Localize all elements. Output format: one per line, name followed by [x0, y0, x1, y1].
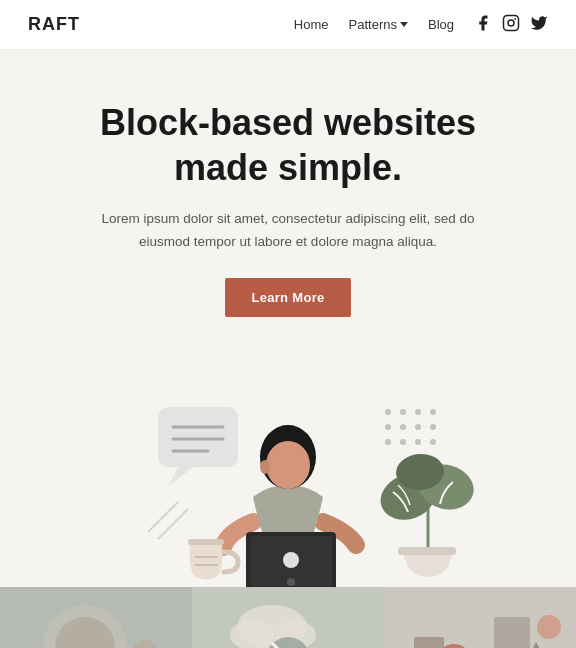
- svg-rect-20: [398, 547, 456, 555]
- hero-section: Block-based websites made simple. Lorem …: [0, 50, 576, 347]
- svg-point-17: [400, 439, 406, 445]
- svg-point-18: [415, 439, 421, 445]
- twitter-icon: [530, 20, 548, 35]
- facebook-link[interactable]: [474, 14, 492, 35]
- svg-point-31: [287, 578, 295, 586]
- card-1: [0, 587, 192, 648]
- svg-point-1: [508, 20, 514, 26]
- svg-rect-50: [494, 617, 530, 648]
- card-2-art: [192, 587, 384, 648]
- svg-point-13: [400, 424, 406, 430]
- svg-point-15: [430, 424, 436, 430]
- cards-row: [0, 587, 576, 648]
- site-logo: RAFT: [28, 14, 80, 35]
- svg-rect-3: [158, 407, 238, 467]
- svg-point-9: [400, 409, 406, 415]
- svg-point-27: [266, 441, 310, 489]
- svg-marker-4: [168, 467, 193, 487]
- card-2: [192, 587, 384, 648]
- site-header: RAFT Home Patterns Blog: [0, 0, 576, 50]
- svg-point-12: [385, 424, 391, 430]
- svg-point-8: [385, 409, 391, 415]
- svg-point-16: [385, 439, 391, 445]
- hero-illustration: [0, 347, 576, 587]
- hero-body: Lorem ipsum dolor sit amet, consectetur …: [78, 208, 498, 254]
- card-3: [384, 587, 576, 648]
- svg-rect-0: [504, 16, 519, 31]
- nav-blog[interactable]: Blog: [428, 17, 454, 32]
- card-3-art: [384, 587, 576, 648]
- svg-line-36: [148, 502, 178, 532]
- instagram-icon: [502, 20, 520, 35]
- speech-bubble: [158, 407, 238, 487]
- svg-point-11: [430, 409, 436, 415]
- plant: [374, 452, 478, 577]
- main-nav: Home Patterns Blog: [294, 14, 548, 35]
- svg-point-28: [260, 460, 270, 474]
- svg-point-10: [415, 409, 421, 415]
- svg-point-32: [283, 552, 299, 568]
- learn-more-button[interactable]: Learn More: [225, 278, 350, 317]
- facebook-icon: [474, 20, 492, 35]
- svg-point-2: [514, 18, 516, 20]
- card-1-art: [0, 587, 192, 648]
- twitter-link[interactable]: [530, 14, 548, 35]
- svg-point-14: [415, 424, 421, 430]
- svg-point-19: [430, 439, 436, 445]
- svg-rect-33: [188, 539, 224, 545]
- social-links: [474, 14, 548, 35]
- laptop: [236, 532, 346, 587]
- svg-point-54: [537, 615, 561, 639]
- svg-line-37: [158, 509, 188, 539]
- nav-patterns-wrap: Patterns: [349, 17, 408, 32]
- scene-svg: [98, 357, 478, 587]
- instagram-link[interactable]: [502, 14, 520, 35]
- chevron-down-icon: [400, 22, 408, 27]
- nav-patterns[interactable]: Patterns: [349, 17, 397, 32]
- hero-headline: Block-based websites made simple.: [60, 100, 516, 190]
- nav-home[interactable]: Home: [294, 17, 329, 32]
- dot-grid: [385, 409, 436, 445]
- diagonal-lines: [148, 502, 188, 539]
- svg-rect-53: [414, 637, 444, 648]
